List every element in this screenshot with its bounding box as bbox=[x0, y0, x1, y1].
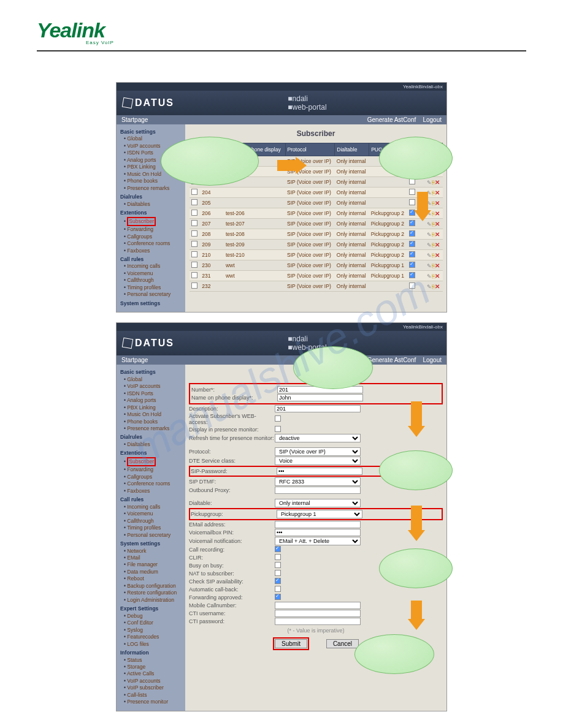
sidebar-item[interactable]: Callthrough bbox=[124, 277, 183, 284]
busy-on-busy-checkbox[interactable] bbox=[275, 562, 281, 568]
sidebar-item[interactable]: Storage bbox=[124, 664, 183, 670]
forw-checkbox[interactable] bbox=[409, 199, 415, 205]
menu-logout[interactable]: Logout bbox=[423, 116, 442, 123]
row-checkbox[interactable] bbox=[191, 220, 197, 226]
sidebar-item[interactable]: VoIP accounts bbox=[124, 383, 183, 390]
delete-icon[interactable]: ✕ bbox=[435, 179, 440, 186]
sidebar-item[interactable]: Callgroups bbox=[124, 474, 183, 480]
delete-icon[interactable]: ✕ bbox=[435, 189, 440, 196]
sidebar-item[interactable]: Presence remarks bbox=[124, 185, 183, 192]
sidebar-item[interactable]: Presence monitor bbox=[124, 699, 183, 705]
protocol-select[interactable]: SIP (Voice over IP) bbox=[275, 447, 361, 456]
sidebar-item[interactable]: Conference rooms bbox=[124, 240, 183, 247]
row-checkbox[interactable] bbox=[191, 251, 197, 257]
sidebar-item[interactable]: Music On Hold bbox=[124, 411, 183, 418]
row-checkbox[interactable] bbox=[191, 282, 197, 289]
cti-password-field[interactable] bbox=[275, 618, 361, 625]
sidebar-item[interactable]: Personal secretary bbox=[124, 532, 183, 539]
auto-callback-checkbox[interactable] bbox=[275, 586, 281, 592]
sidebar-item[interactable]: Dialtables bbox=[124, 201, 183, 208]
sidebar-item[interactable]: Analog ports bbox=[124, 397, 183, 404]
sidebar-item[interactable]: Debug bbox=[124, 613, 183, 620]
forw-checkbox[interactable] bbox=[409, 251, 415, 257]
sidebar-item[interactable]: Callthrough bbox=[124, 518, 183, 525]
cell-number[interactable]: 231 bbox=[200, 271, 224, 281]
sidebar-item[interactable]: Phone books bbox=[124, 178, 183, 184]
menu-startpage[interactable]: Startpage bbox=[121, 357, 148, 363]
sidebar-item[interactable]: Phone books bbox=[124, 419, 183, 425]
name-field[interactable] bbox=[277, 394, 363, 401]
sidebar-item[interactable]: EMail bbox=[124, 555, 183, 561]
sidebar-item[interactable]: Reboot bbox=[124, 575, 183, 582]
col-dialtable[interactable]: Dialtable bbox=[335, 143, 369, 156]
forwarding-approved-checkbox[interactable] bbox=[275, 594, 281, 600]
sidebar-item[interactable]: Call-lists bbox=[124, 692, 183, 699]
call-recording-checkbox[interactable] bbox=[275, 546, 281, 552]
forw-checkbox[interactable] bbox=[409, 241, 415, 247]
row-checkbox[interactable] bbox=[191, 262, 197, 268]
sidebar-item[interactable]: VoIP accounts bbox=[124, 678, 183, 684]
row-checkbox[interactable] bbox=[191, 199, 197, 205]
sidebar-item[interactable]: Data medium bbox=[124, 569, 183, 575]
sidebar-item[interactable]: Forwarding bbox=[124, 466, 183, 473]
sidebar-item[interactable]: Callgroups bbox=[124, 233, 183, 240]
sidebar-item[interactable]: Syslog bbox=[124, 627, 183, 634]
delete-icon[interactable]: ✕ bbox=[435, 262, 440, 269]
col-protocol[interactable]: Protocol bbox=[285, 143, 335, 156]
email-field[interactable] bbox=[275, 521, 361, 528]
sidebar-item[interactable]: Presence remarks bbox=[124, 425, 183, 432]
sidebar-item[interactable]: Faxboxes bbox=[124, 248, 183, 254]
sidebar-item[interactable]: Forwarding bbox=[124, 226, 183, 233]
delete-icon[interactable]: ✕ bbox=[435, 273, 440, 279]
delete-icon[interactable]: ✕ bbox=[435, 210, 440, 217]
description-field[interactable] bbox=[275, 405, 361, 412]
submit-button[interactable]: Submit bbox=[275, 639, 307, 648]
forw-checkbox[interactable] bbox=[409, 272, 415, 278]
menu-generate-astconf[interactable]: Generate AstConf bbox=[367, 116, 416, 123]
cell-number[interactable]: 209 bbox=[200, 240, 224, 250]
sidebar-item[interactable]: LOG files bbox=[124, 641, 183, 648]
delete-icon[interactable]: ✕ bbox=[435, 252, 440, 259]
cell-number[interactable]: 207 bbox=[200, 219, 224, 229]
pickupgroup-select[interactable]: Pickupgroup 1 bbox=[277, 510, 362, 518]
refresh-select[interactable]: deactive bbox=[275, 434, 361, 442]
sidebar-item[interactable]: Dialtables bbox=[124, 441, 183, 448]
row-checkbox[interactable] bbox=[191, 189, 197, 195]
mobile-callnumber-field[interactable] bbox=[275, 602, 361, 609]
sidebar-item[interactable]: Featurecodes bbox=[124, 634, 183, 640]
forw-checkbox[interactable] bbox=[409, 230, 415, 237]
menu-startpage[interactable]: Startpage bbox=[121, 116, 148, 123]
sidebar-item[interactable]: Global bbox=[124, 135, 183, 142]
row-checkbox[interactable] bbox=[191, 241, 197, 247]
cell-number[interactable]: 204 bbox=[200, 188, 224, 198]
row-checkbox[interactable] bbox=[191, 272, 197, 278]
dte-select[interactable]: Voice bbox=[275, 457, 361, 465]
sidebar-item[interactable]: Conference rooms bbox=[124, 480, 183, 487]
sidebar-item[interactable]: Active Calls bbox=[124, 670, 183, 677]
sidebar-item[interactable]: Incoming calls bbox=[124, 504, 183, 510]
row-checkbox[interactable] bbox=[191, 210, 197, 216]
sidebar-item[interactable]: Personal secretary bbox=[124, 291, 183, 298]
delete-icon[interactable]: ✕ bbox=[435, 200, 440, 207]
cell-number[interactable]: 206 bbox=[200, 208, 224, 219]
sidebar-item[interactable]: Subscriber bbox=[124, 217, 183, 226]
sidebar-item[interactable]: Login Administration bbox=[124, 597, 183, 604]
sidebar-item[interactable]: File manager bbox=[124, 561, 183, 568]
sidebar-item[interactable]: ISDN Ports bbox=[124, 390, 183, 397]
cell-number[interactable]: 205 bbox=[200, 198, 224, 208]
sidebar-item[interactable]: Subscriber bbox=[124, 457, 183, 466]
sidebar-item[interactable]: Conf Editor bbox=[124, 620, 183, 626]
sidebar-item[interactable]: Timing profiles bbox=[124, 525, 183, 531]
web-access-checkbox[interactable] bbox=[275, 415, 281, 422]
sidebar-item[interactable]: Global bbox=[124, 376, 183, 383]
delete-icon[interactable]: ✕ bbox=[435, 283, 440, 290]
sidebar-item[interactable]: Voicemenu bbox=[124, 270, 183, 277]
sip-password-field[interactable] bbox=[277, 468, 362, 475]
sidebar-item[interactable]: Timing profiles bbox=[124, 284, 183, 291]
forw-checkbox[interactable] bbox=[409, 189, 415, 195]
sidebar-item[interactable]: PBX Linking bbox=[124, 404, 183, 411]
cell-number[interactable]: 230 bbox=[200, 260, 224, 271]
clir-checkbox[interactable] bbox=[275, 554, 281, 560]
sidebar-item[interactable]: Status bbox=[124, 657, 183, 664]
sidebar-item[interactable]: Faxboxes bbox=[124, 488, 183, 495]
